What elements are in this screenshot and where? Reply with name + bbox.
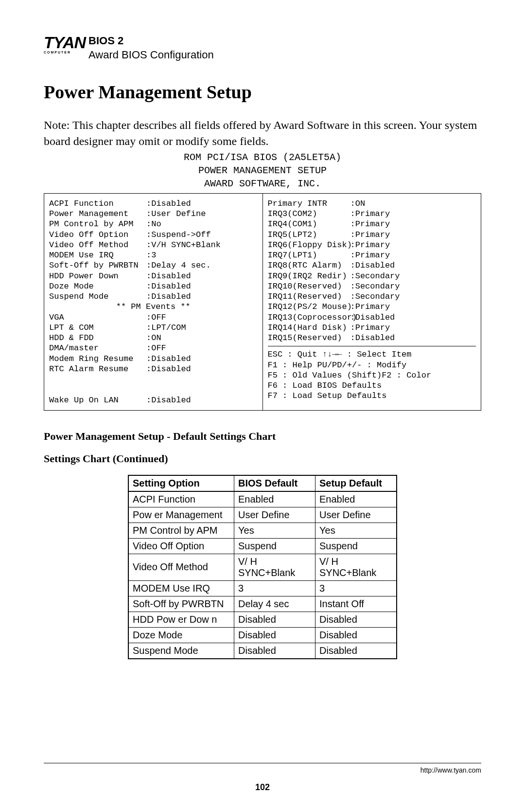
bios-setting-row: IRQ15(Reserved): Disabled xyxy=(268,333,476,343)
colon: : xyxy=(146,343,151,353)
bios-setting-value: Disabled xyxy=(151,354,191,364)
bios-setting-value: Primary xyxy=(355,240,390,250)
table-cell: V/ H SYNC+Blank xyxy=(315,554,397,580)
bios-setting-label: VGA xyxy=(49,312,146,323)
bios-setting-row: Primary INTR: ON xyxy=(268,198,476,209)
bios-header-l3: AWARD SOFTWARE, INC. xyxy=(44,177,481,190)
bios-header-l1: ROM PCI/ISA BIOS (2A5LET5A) xyxy=(44,151,481,164)
bios-setting-value: Secondary xyxy=(355,281,400,291)
bios-screen-header: ROM PCI/ISA BIOS (2A5LET5A) POWER MANAGE… xyxy=(44,151,481,190)
bios-setting-value: Disabled xyxy=(355,260,395,271)
table-cell: MODEM Use IRQ xyxy=(128,580,234,596)
subheading-continued: Settings Chart (Continued) xyxy=(44,452,481,465)
bios-setting-label: Modem Ring Resume xyxy=(49,354,146,364)
bios-setting-row: PM Control by APM: No xyxy=(49,219,258,229)
bios-setting-row: IRQ5(LPT2): Primary xyxy=(268,230,476,240)
header-line2: Award BIOS Configuration xyxy=(88,49,214,61)
page-title: Power Management Setup xyxy=(44,81,481,103)
colon: : xyxy=(350,240,355,250)
help-line-4: F6 : Load BIOS Defaults xyxy=(268,380,476,391)
table-cell: ACPI Function xyxy=(128,491,234,507)
settings-table: Setting OptionBIOS DefaultSetup Default … xyxy=(128,475,397,659)
bios-setting-value: OFF xyxy=(151,312,166,323)
help-line-5: F7 : Load Setup Defaults xyxy=(268,391,476,401)
subheading-defaults-chart: Power Management Setup - Default Setting… xyxy=(44,430,481,443)
table-header-cell: Setup Default xyxy=(315,475,397,491)
table-cell: Suspend Mode xyxy=(128,643,234,659)
bios-setting-label: IRQ6(Floppy Disk) xyxy=(268,240,350,250)
bios-setting-value: ON xyxy=(355,198,365,209)
bios-setting-label: Power Management xyxy=(49,209,146,219)
bios-setting-label: RTC Alarm Resume xyxy=(49,364,146,374)
table-row: Soft-Off by PWRBTNDelay 4 secInstant Off xyxy=(128,596,397,612)
bios-setting-label: IRQ15(Reserved) xyxy=(268,333,350,343)
bios-header-l2: POWER MANAGEMENT SETUP xyxy=(44,164,481,177)
footer-url: http://www.tyan.com xyxy=(420,766,481,774)
table-row: MODEM Use IRQ33 xyxy=(128,580,397,596)
note-text: Note: This chapter describes all fields … xyxy=(44,117,481,149)
table-cell: V/ H SYNC+Blank xyxy=(234,554,315,580)
bios-setting-label: HDD & FDD xyxy=(49,333,146,343)
bios-setting-row: IRQ10(Reserved): Secondary xyxy=(268,281,476,291)
bios-setting-label: DMA/master xyxy=(49,343,146,353)
bios-setting-row: IRQ8(RTC Alarm): Disabled xyxy=(268,260,476,271)
table-cell: Yes xyxy=(234,523,315,538)
bios-setting-row: IRQ11(Reserved): Secondary xyxy=(268,291,476,302)
bios-setting-label: IRQ10(Reserved) xyxy=(268,281,350,291)
bios-setting-value: User Define xyxy=(151,209,206,219)
table-cell: Enabled xyxy=(234,491,315,507)
colon: : xyxy=(350,302,355,312)
colon: : xyxy=(146,364,151,374)
table-header-cell: Setting Option xyxy=(128,475,234,491)
table-cell: Pow er Management xyxy=(128,507,234,523)
page-header: TYAN COMPUTER BIOS 2 Award BIOS Configur… xyxy=(44,34,481,62)
bios-setting-label: LPT & COM xyxy=(49,323,146,333)
colon: : xyxy=(350,260,355,271)
colon: : xyxy=(146,198,151,209)
bios-setting-row: Doze Mode: Disabled xyxy=(49,281,258,291)
table-cell: Suspend xyxy=(234,538,315,554)
table-cell: Disabled xyxy=(315,612,397,627)
bios-setting-value: Disabled xyxy=(151,291,191,302)
colon: : xyxy=(350,323,355,333)
bios-setting-label: IRQ7(LPT1) xyxy=(268,250,350,260)
bios-right-column: Primary INTR: ONIRQ3(COM2): PrimaryIRQ4(… xyxy=(263,194,481,410)
colon: : xyxy=(146,291,151,302)
bios-setting-row: ACPI Function: Disabled xyxy=(49,198,258,209)
bios-setting-row: IRQ13(Coprocessor): Disabled xyxy=(268,312,476,323)
bios-setting-value: OFF xyxy=(151,343,166,353)
colon: : xyxy=(146,354,151,364)
bios-setting-value: No xyxy=(151,219,161,229)
bios-setting-value: Secondary xyxy=(355,291,400,302)
colon: : xyxy=(350,312,355,323)
bios-setting-value: Suspend->Off xyxy=(151,230,210,240)
bios-setting-label: Suspend Mode xyxy=(49,291,146,302)
bios-setting-label: Soft-Off by PWRBTN xyxy=(49,260,146,271)
table-cell: Delay 4 sec xyxy=(234,596,315,612)
bios-setting-value: Disabled xyxy=(151,395,191,405)
bios-setting-value: Primary xyxy=(355,209,390,219)
bios-setting-value: Primary xyxy=(355,323,390,333)
table-cell: User Define xyxy=(315,507,397,523)
table-cell: PM Control by APM xyxy=(128,523,234,538)
bios-setting-label: IRQ12(PS/2 Mouse) xyxy=(268,302,350,312)
table-cell: Video Off Option xyxy=(128,538,234,554)
colon: : xyxy=(146,250,151,260)
settings-table-wrap: Setting OptionBIOS DefaultSetup Default … xyxy=(44,475,481,659)
bios-setting-value: Secondary xyxy=(355,271,400,281)
bios-help-box: ESC : Quit ↑↓→← : Select Item F1 : Help … xyxy=(268,346,476,401)
table-cell: Doze Mode xyxy=(128,627,234,643)
colon: : xyxy=(146,333,151,343)
table-row: Doze ModeDisabledDisabled xyxy=(128,627,397,643)
colon: : xyxy=(146,219,151,229)
colon: : xyxy=(146,271,151,281)
help-line-2: F1 : Help PU/PD/+/- : Modify xyxy=(268,360,476,370)
bios-setting-row: IRQ12(PS/2 Mouse): Primary xyxy=(268,302,476,312)
table-cell: Disabled xyxy=(234,627,315,643)
colon: : xyxy=(146,260,151,271)
bios-setting-label: HDD Power Down xyxy=(49,271,146,281)
bios-setting-label: Video Off Option xyxy=(49,230,146,240)
table-cell: 3 xyxy=(234,580,315,596)
bios-setting-row: IRQ4(COM1): Primary xyxy=(268,219,476,229)
header-text: BIOS 2 Award BIOS Configuration xyxy=(88,34,214,62)
